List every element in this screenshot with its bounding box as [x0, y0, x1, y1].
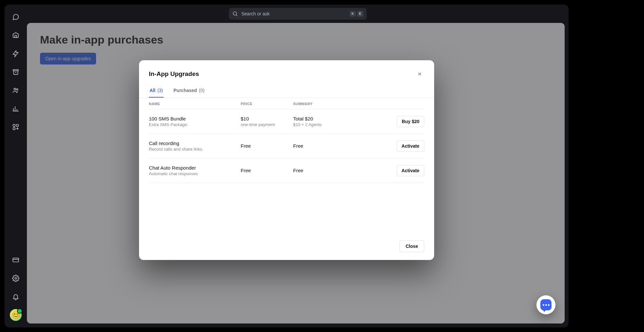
row-price: Free: [241, 168, 293, 173]
col-name: NAME: [149, 102, 241, 106]
chat-icon[interactable]: [10, 11, 22, 23]
credit-card-icon[interactable]: [10, 254, 22, 266]
row-name: Chat Auto Responder: [149, 165, 241, 171]
table-head: NAME PRICE SUMMARY: [149, 99, 424, 109]
tabs: All (3) Purchased (0): [139, 84, 434, 98]
inbox-arrow-icon[interactable]: [10, 29, 22, 41]
close-button[interactable]: Close: [399, 240, 424, 252]
svg-rect-6: [13, 258, 18, 262]
activate-button[interactable]: Activate: [397, 140, 424, 152]
row-price: Free: [241, 143, 293, 149]
kbd-cmd: ⌘: [350, 11, 356, 17]
modal-footer: Close: [149, 240, 424, 252]
row-desc: Record calls and share links.: [149, 147, 241, 152]
sidebar: 😊: [5, 5, 27, 327]
table-row: Chat Auto Responder Automatic chat respo…: [149, 158, 424, 183]
tab-purchased-label: Purchased: [173, 88, 197, 93]
avatar[interactable]: 😊: [10, 309, 22, 321]
bolt-icon[interactable]: [10, 48, 22, 60]
open-upgrades-button[interactable]: Open in-app upgrades: [40, 53, 96, 65]
col-price: PRICE: [241, 102, 293, 106]
row-name: Call recording: [149, 140, 241, 146]
row-desc: Extra SMS Package.: [149, 122, 241, 127]
search-placeholder: Search or ask: [241, 11, 346, 16]
tab-all[interactable]: All (3): [149, 84, 164, 98]
row-name: 100 SMS Bundle: [149, 116, 241, 121]
apps-grid-icon[interactable]: [10, 121, 22, 133]
svg-point-8: [233, 12, 237, 15]
page-title: Make in-app purchases: [40, 33, 552, 46]
svg-point-1: [14, 88, 16, 90]
svg-point-7: [15, 277, 17, 279]
modal-title: In-App Upgrades: [149, 70, 199, 78]
row-summary: Total $20: [293, 116, 378, 121]
row-summary: Free: [293, 168, 378, 173]
app-frame: 😊 Search or ask ⌘ K Make in-app purchase…: [5, 5, 569, 327]
row-summary: Free: [293, 143, 378, 149]
row-price: $10: [241, 116, 293, 121]
chat-launcher[interactable]: [536, 295, 555, 314]
bar-chart-icon[interactable]: [10, 103, 22, 115]
close-icon[interactable]: [415, 69, 424, 79]
search-shortcut: ⌘ K: [350, 11, 363, 17]
tab-all-count: (3): [157, 88, 163, 93]
col-summary: SUMMARY: [293, 102, 378, 106]
people-icon[interactable]: [10, 84, 22, 96]
activate-button[interactable]: Activate: [397, 165, 424, 176]
kbd-k: K: [357, 11, 363, 17]
search-input[interactable]: Search or ask ⌘ K: [229, 8, 367, 20]
table-row: Call recording Record calls and share li…: [149, 134, 424, 158]
svg-rect-4: [16, 124, 18, 126]
bell-icon[interactable]: [10, 291, 22, 303]
svg-rect-3: [13, 124, 15, 126]
svg-point-2: [16, 89, 18, 90]
avatar-emoji: 😊: [11, 311, 20, 319]
tab-purchased[interactable]: Purchased (0): [173, 84, 205, 98]
buy-button[interactable]: Buy $20: [397, 116, 424, 127]
modal-header: In-App Upgrades: [149, 69, 424, 79]
archive-icon[interactable]: [10, 66, 22, 78]
table-row: 100 SMS Bundle Extra SMS Package. $10 on…: [149, 109, 424, 134]
gear-icon[interactable]: [10, 272, 22, 284]
row-summary-sub: $10 × 2 Agents: [293, 122, 378, 127]
row-desc: Automatic chat responses: [149, 171, 241, 176]
topbar: Search or ask ⌘ K: [27, 5, 569, 23]
chat-bubble-icon: [540, 299, 552, 310]
svg-rect-5: [13, 128, 15, 130]
row-price-sub: one-time payment: [241, 122, 293, 127]
tab-purchased-count: (0): [199, 88, 205, 93]
svg-rect-0: [13, 70, 19, 71]
upgrades-modal: In-App Upgrades All (3) Purchased (0) NA…: [139, 60, 434, 260]
search-icon: [232, 11, 238, 17]
tab-all-label: All: [150, 88, 155, 93]
